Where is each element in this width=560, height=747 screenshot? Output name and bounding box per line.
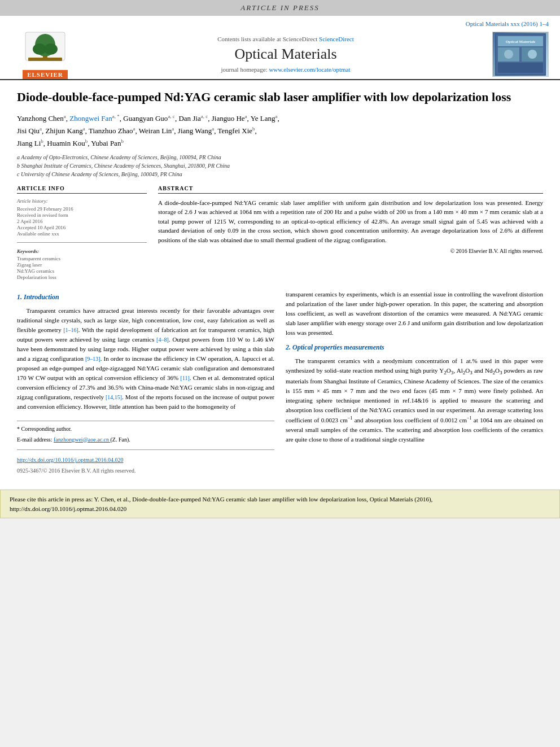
header-section: Optical Materials xxx (2016) 1–4 [0, 16, 560, 80]
body-section: 1. Introduction Transparent ceramics hav… [17, 290, 543, 475]
author-6: Ye Lang [251, 114, 275, 123]
author-14: Huamin Kou [47, 139, 85, 147]
section-1-title: 1. Introduction [17, 292, 274, 303]
intro-paragraph-1: Transparent ceramics have attracted grea… [17, 306, 274, 412]
science-direct-line: Contents lists available at ScienceDirec… [90, 36, 481, 42]
ref-link-3[interactable]: [9–13] [85, 356, 100, 362]
banner-text: ARTICLE IN PRESS [240, 3, 320, 12]
homepage-link[interactable]: www.elsevier.com/locate/optmat [269, 66, 350, 73]
article-title: Diode-double-face-pumped Nd:YAG ceramic … [17, 89, 543, 106]
keywords-label: Keywords: [17, 248, 147, 254]
accepted-date: Accepted 10 April 2016 [17, 225, 147, 230]
section-2-title: 2. Optical properties measurements [286, 342, 543, 353]
article-history-label: Article history: [17, 198, 147, 204]
main-content: Diode-double-face-pumped Nd:YAG ceramic … [0, 80, 560, 484]
keyword-2: Zigzag laser [17, 262, 147, 268]
affil-a: a Academy of Opto-Electronics, Chinese A… [17, 153, 543, 161]
page: ARTICLE IN PRESS Optical Materials xxx (… [0, 0, 560, 518]
elsevier-tree-icon [23, 29, 68, 69]
svg-point-15 [528, 50, 537, 59]
svg-rect-13 [498, 63, 543, 73]
ref-link-5[interactable]: [14,15] [106, 394, 122, 400]
ref-link-4[interactable]: [11] [180, 375, 189, 381]
doi-link-container: http://dx.doi.org/10.1016/j.optmat.2016.… [17, 456, 274, 465]
info-abstract-section: ARTICLE INFO Article history: Received 2… [17, 185, 543, 281]
svg-text:Optical Materials: Optical Materials [506, 40, 536, 44]
article-in-press-banner: ARTICLE IN PRESS [0, 0, 560, 16]
email-link[interactable]: fanzhongwei@aoe.ac.cn [54, 436, 111, 443]
author-9: Tianzhuo Zhao [89, 126, 133, 135]
author-4: Dan Jia [178, 114, 200, 123]
keyword-3: Nd:YAG ceramics [17, 268, 147, 274]
received-date: Received 29 February 2016 [17, 206, 147, 212]
authors: Yanzhong Chena, Zhongwei Fana, *, Guangy… [17, 112, 543, 150]
citation-bar: Please cite this article in press as: Y.… [0, 490, 560, 518]
copyright-line: 0925-3467/© 2016 Elsevier B.V. All right… [17, 466, 274, 475]
available-online: Available online xxx [17, 231, 147, 237]
body-right-col: transparent ceramics by experiments, whi… [286, 290, 543, 475]
abstract-header: ABSTRACT [158, 185, 543, 194]
author-11: Jiang Wang [178, 126, 212, 135]
abstract-copyright: © 2016 Elsevier B.V. All rights reserved… [158, 248, 543, 254]
footnote-divider [17, 449, 274, 450]
science-direct-link[interactable]: ScienceDirect [319, 36, 354, 42]
received-revised-label: Received in revised form [17, 212, 147, 218]
ref-link-2[interactable]: [4–8] [156, 337, 169, 343]
abstract-text: A diode-double-face-pumped Nd:YAG cerami… [158, 198, 543, 245]
author-3: Guangyan Guo [123, 114, 168, 123]
keyword-4: Depolarization loss [17, 274, 147, 280]
footnote-section: * Corresponding author. E-mail address: … [17, 421, 274, 475]
author-15: Yubai Pan [91, 139, 121, 147]
svg-point-4 [44, 43, 58, 55]
article-info: ARTICLE INFO Article history: Received 2… [17, 185, 147, 281]
article-info-header: ARTICLE INFO [17, 185, 147, 194]
info-divider [17, 242, 147, 243]
author-5: Jianguo He [212, 114, 245, 123]
affiliations: a Academy of Opto-Electronics, Chinese A… [17, 153, 543, 178]
right-col-p2: The transparent ceramics with a neodymiu… [286, 356, 543, 444]
doi-link[interactable]: http://dx.doi.org/10.1016/j.optmat.2016.… [17, 457, 123, 463]
corresponding-author-note: * Corresponding author. [17, 425, 274, 434]
svg-point-14 [504, 50, 513, 59]
email-note: E-mail address: fanzhongwei@aoe.ac.cn (Z… [17, 435, 274, 444]
elsevier-logo: ELSEVIER [11, 29, 79, 79]
journal-title: Optical Materials [90, 46, 481, 63]
author-8: Zhijun Kang [46, 126, 83, 135]
article-history-dates: Received 29 February 2016 Received in re… [17, 206, 147, 237]
affil-c: c University of Chinese Academy of Scien… [17, 170, 543, 178]
journal-center: Contents lists available at ScienceDirec… [79, 36, 492, 73]
elsevier-label: ELSEVIER [23, 70, 68, 79]
body-left-col: 1. Introduction Transparent ceramics hav… [17, 290, 274, 475]
header-inner: ELSEVIER Contents lists available at Sci… [11, 29, 549, 79]
author-10: Weiran Lin [139, 126, 172, 135]
author-13: Jiang Li [17, 139, 41, 147]
affil-b: b Shanghai Institute of Ceramics, Chines… [17, 161, 543, 170]
keywords-section: Keywords: Transparent ceramics Zigzag la… [17, 248, 147, 280]
author-1: Yanzhong Chen [17, 114, 64, 123]
abstract-section: ABSTRACT A diode-double-face-pumped Nd:Y… [158, 185, 543, 281]
journal-homepage: journal homepage: www.elsevier.com/locat… [90, 66, 481, 73]
right-col-p1: transparent ceramics by experiments, whi… [286, 290, 543, 338]
ref-link-1[interactable]: [1–16] [63, 327, 78, 333]
keyword-1: Transparent ceramics [17, 256, 147, 261]
svg-rect-5 [28, 58, 62, 61]
author-2: Zhongwei Fan [69, 114, 112, 123]
journal-ref: Optical Materials xxx (2016) 1–4 [11, 20, 549, 27]
journal-cover-image: Optical Materials [492, 32, 549, 77]
author-7: Jisi Qiu [17, 126, 40, 135]
author-12: Tengfei Xie [218, 126, 253, 135]
svg-point-6 [42, 34, 49, 41]
received-revised-date: 2 April 2016 [17, 219, 147, 224]
